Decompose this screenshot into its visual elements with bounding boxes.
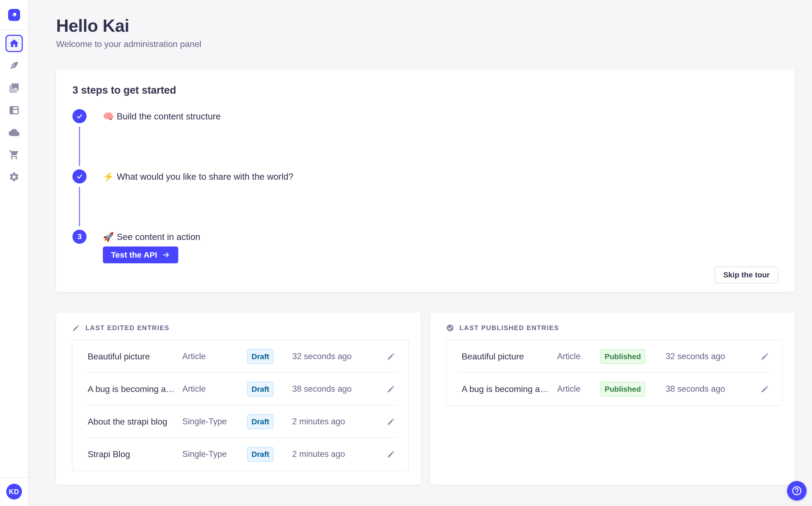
avatar[interactable]: KD xyxy=(6,484,22,500)
check-icon xyxy=(76,173,83,180)
entry-title: A bug is becoming a… xyxy=(88,384,182,394)
step-3-label: 🚀See content in action xyxy=(103,232,200,242)
entry-time: 2 minutes ago xyxy=(292,417,383,426)
entry-title: About the strapi blog xyxy=(88,417,182,427)
last-published-title: LAST PUBLISHED ENTRIES xyxy=(460,324,559,332)
entry-title: Beautiful picture xyxy=(462,351,557,361)
sidebar-item-marketplace[interactable] xyxy=(5,146,23,163)
pencil-icon xyxy=(387,385,395,393)
sidebar-item-media-library[interactable] xyxy=(5,79,23,97)
table-row: Strapi Blog Single-Type Draft 2 minutes … xyxy=(73,438,408,471)
main-nav xyxy=(5,30,23,477)
last-edited-title: LAST EDITED ENTRIES xyxy=(86,324,170,332)
status-badge: Draft xyxy=(247,447,274,462)
edit-entry-button[interactable] xyxy=(760,352,769,361)
sidebar-item-cloud[interactable] xyxy=(5,124,23,141)
pictures-icon xyxy=(9,83,19,93)
step-connector xyxy=(79,126,80,166)
sidebar-item-content-manager[interactable] xyxy=(5,57,23,74)
last-edited-header: LAST EDITED ENTRIES xyxy=(72,324,409,332)
page-title: Hello Kai xyxy=(56,16,795,36)
main-content: Hello Kai Welcome to your administration… xyxy=(28,0,812,485)
sidebar-item-home[interactable] xyxy=(5,35,23,52)
table-row: About the strapi blog Single-Type Draft … xyxy=(73,405,408,438)
step-1-label: 🧠Build the content structure xyxy=(103,111,221,121)
rocket-emoji: 🚀 xyxy=(103,232,114,242)
table-row: Beautiful picture Article Published 32 s… xyxy=(446,340,783,373)
pencil-icon xyxy=(72,324,80,332)
help-icon xyxy=(791,485,802,496)
arrow-right-icon xyxy=(162,251,170,259)
cta-wrap: Test the API xyxy=(103,247,778,263)
step-3-number: 3 xyxy=(73,230,87,244)
sidebar-footer: KD xyxy=(0,477,28,506)
layout-icon xyxy=(9,105,19,116)
entry-time: 32 seconds ago xyxy=(292,351,383,361)
step-connector xyxy=(79,187,80,227)
step-1-check xyxy=(73,109,87,123)
pencil-icon xyxy=(387,417,395,426)
gear-icon xyxy=(9,172,19,182)
entry-time: 2 minutes ago xyxy=(292,449,383,459)
edit-entry-button[interactable] xyxy=(387,385,395,393)
table-row: A bug is becoming a… Article Published 3… xyxy=(446,373,783,405)
status-badge: Draft xyxy=(247,382,274,397)
entries-section: LAST EDITED ENTRIES Beautiful picture Ar… xyxy=(56,313,795,485)
home-icon xyxy=(9,38,19,49)
table-row: Beautiful picture Article Draft 32 secon… xyxy=(73,340,408,373)
status-badge: Draft xyxy=(247,349,274,364)
entry-title: Strapi Blog xyxy=(88,449,182,459)
help-button[interactable] xyxy=(787,481,807,501)
entry-type: Article xyxy=(557,384,600,394)
strapi-logo xyxy=(8,9,20,21)
edit-entry-button[interactable] xyxy=(387,417,395,426)
sidebar-item-settings[interactable] xyxy=(5,168,23,186)
last-edited-table: Beautiful picture Article Draft 32 secon… xyxy=(72,340,409,471)
edit-entry-button[interactable] xyxy=(760,385,769,393)
edit-entry-button[interactable] xyxy=(387,450,395,458)
entry-time: 38 seconds ago xyxy=(292,384,383,394)
feather-icon xyxy=(9,60,19,71)
last-published-table: Beautiful picture Article Published 32 s… xyxy=(446,340,783,406)
pencil-icon xyxy=(760,385,769,393)
onboarding-title: 3 steps to get started xyxy=(73,84,778,96)
strapi-mark-icon xyxy=(10,11,18,19)
status-badge: Published xyxy=(600,382,645,397)
last-edited-card: LAST EDITED ENTRIES Beautiful picture Ar… xyxy=(56,313,421,485)
sidebar: KD xyxy=(0,0,28,506)
entry-type: Article xyxy=(182,351,247,361)
onboarding-steps: 🧠Build the content structure ⚡What would… xyxy=(73,109,778,263)
onboarding-card: 3 steps to get started 🧠Build the conten… xyxy=(56,69,795,292)
last-published-card: LAST PUBLISHED ENTRIES Beautiful picture… xyxy=(430,313,795,485)
pencil-icon xyxy=(387,450,395,458)
step-1: 🧠Build the content structure xyxy=(73,109,778,123)
pencil-icon xyxy=(387,352,395,361)
cart-icon xyxy=(9,149,19,160)
entry-title: A bug is becoming a… xyxy=(462,384,557,394)
entry-type: Single-Type xyxy=(182,417,247,426)
entry-title: Beautiful picture xyxy=(88,351,182,361)
status-badge: Published xyxy=(600,349,645,364)
entry-type: Article xyxy=(557,351,600,361)
last-published-header: LAST PUBLISHED ENTRIES xyxy=(446,324,783,332)
check-circle-icon xyxy=(446,324,454,332)
entry-time: 38 seconds ago xyxy=(666,384,757,394)
step-2: ⚡What would you like to share with the w… xyxy=(73,169,778,183)
check-icon xyxy=(76,113,83,120)
pencil-icon xyxy=(760,352,769,361)
workspace-header xyxy=(0,0,28,30)
skip-the-tour-button[interactable]: Skip the tour xyxy=(715,267,778,283)
brain-emoji: 🧠 xyxy=(103,111,114,121)
test-the-api-button[interactable]: Test the API xyxy=(103,247,178,263)
lightning-emoji: ⚡ xyxy=(103,172,114,182)
step-2-label: ⚡What would you like to share with the w… xyxy=(103,171,293,182)
edit-entry-button[interactable] xyxy=(387,352,395,361)
table-row: A bug is becoming a… Article Draft 38 se… xyxy=(73,373,408,405)
entry-time: 32 seconds ago xyxy=(666,351,757,361)
cloud-icon xyxy=(9,127,19,138)
entry-type: Article xyxy=(182,384,247,394)
step-3: 3 🚀See content in action xyxy=(73,230,778,244)
avatar-initials: KD xyxy=(9,488,19,496)
step-2-check xyxy=(73,169,87,183)
sidebar-item-content-type-builder[interactable] xyxy=(5,101,23,119)
